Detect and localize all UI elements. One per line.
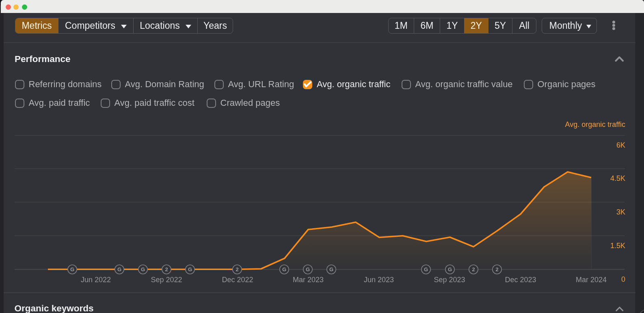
svg-text:2: 2 [165,266,168,272]
svg-text:G: G [117,266,121,272]
svg-text:3K: 3K [616,208,625,216]
svg-text:Mar 2023: Mar 2023 [293,276,324,284]
svg-text:G: G [448,266,452,272]
svg-text:G: G [141,266,145,272]
svg-text:Dec 2023: Dec 2023 [505,276,536,284]
svg-text:Sep 2023: Sep 2023 [434,276,465,284]
svg-text:Sep 2022: Sep 2022 [151,276,182,284]
svg-text:G: G [188,266,192,272]
svg-text:Jun 2022: Jun 2022 [81,276,111,284]
svg-text:2: 2 [236,266,238,272]
svg-text:Dec 2022: Dec 2022 [222,276,253,284]
svg-text:G: G [70,266,74,272]
svg-text:0: 0 [621,275,625,283]
svg-text:Jun 2023: Jun 2023 [364,276,394,284]
svg-text:G: G [329,266,333,272]
svg-text:2: 2 [472,266,475,272]
svg-text:2: 2 [495,266,498,272]
svg-text:Avg. organic traffic: Avg. organic traffic [565,120,625,129]
svg-text:6K: 6K [616,141,625,149]
svg-text:G: G [282,266,286,272]
svg-text:Mar 2024: Mar 2024 [576,276,607,284]
svg-text:1.5K: 1.5K [610,242,625,250]
svg-text:4.5K: 4.5K [610,174,625,182]
svg-text:G: G [306,266,310,272]
svg-text:G: G [424,266,428,272]
